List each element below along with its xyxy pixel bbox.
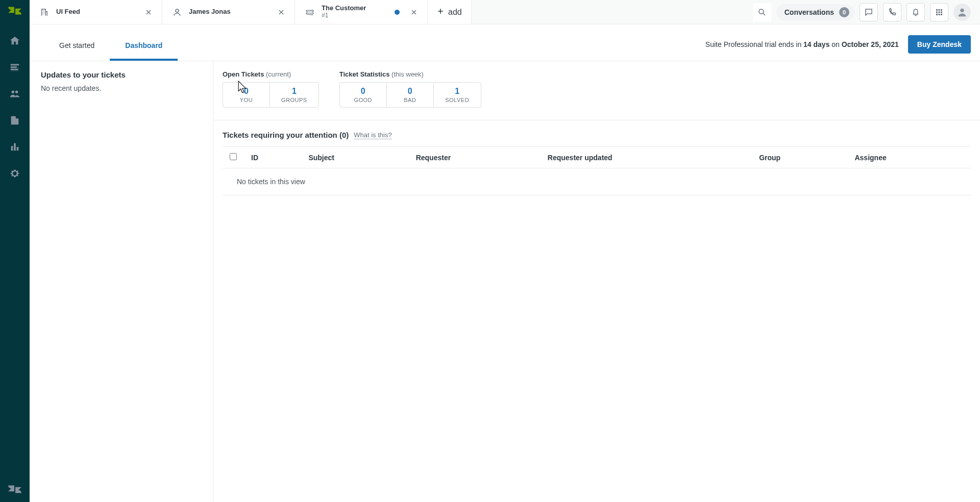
- updates-empty: No recent updates.: [41, 84, 202, 92]
- content: Updates to your tickets No recent update…: [30, 61, 980, 502]
- admin-icon[interactable]: [5, 163, 25, 184]
- dashboard-panel: Open Tickets (current) 0 YOU 1 GROUPS: [213, 61, 980, 502]
- col-assignee[interactable]: Assignee: [847, 147, 971, 168]
- ticket-statistics-block: Ticket Statistics (this week) 0 GOOD 0 B…: [339, 70, 481, 108]
- tab-james-jonas[interactable]: James Jonas: [162, 0, 295, 24]
- profile-avatar[interactable]: [953, 4, 971, 21]
- user-icon: [172, 7, 183, 18]
- add-label: add: [448, 8, 462, 17]
- table-header-row: ID Subject Requester Requester updated G…: [223, 147, 971, 168]
- ticket-icon: [304, 7, 315, 18]
- sidebar: [0, 0, 30, 502]
- tickets-table: ID Subject Requester Requester updated G…: [223, 146, 971, 195]
- customers-icon[interactable]: [5, 84, 25, 104]
- page-tabs: Get started Dashboard: [44, 32, 178, 61]
- ticket-stats-title: Ticket Statistics: [339, 70, 390, 78]
- stat-good[interactable]: 0 GOOD: [340, 83, 387, 107]
- zendesk-logo-icon[interactable]: [0, 0, 30, 21]
- apps-icon[interactable]: [930, 3, 948, 21]
- close-icon[interactable]: [275, 6, 287, 18]
- updates-panel: Updates to your tickets No recent update…: [30, 61, 213, 502]
- building-icon: [39, 7, 50, 18]
- col-requester-updated[interactable]: Requester updated: [541, 147, 752, 168]
- stat-bad[interactable]: 0 BAD: [387, 83, 434, 107]
- views-icon[interactable]: [5, 57, 25, 78]
- select-all-checkbox[interactable]: [223, 147, 244, 168]
- buy-zendesk-button[interactable]: Buy Zendesk: [908, 35, 971, 54]
- attention-section: Tickets requiring your attention (0) Wha…: [213, 120, 980, 195]
- conversations-button[interactable]: Conversations 0: [776, 4, 854, 20]
- tab-bar: UI Feed James Jonas The Customer #: [30, 0, 980, 24]
- stat-groups[interactable]: 1 GROUPS: [270, 83, 318, 107]
- main-area: UI Feed James Jonas The Customer #: [30, 0, 980, 502]
- organizations-icon[interactable]: [5, 110, 25, 131]
- stat-solved[interactable]: 1 SOLVED: [434, 83, 481, 107]
- trial-text: Suite Professional trial ends in 14 days…: [705, 40, 899, 48]
- stat-you[interactable]: 0 YOU: [223, 83, 270, 107]
- status-dot-icon: [395, 10, 400, 15]
- col-subject[interactable]: Subject: [301, 147, 408, 168]
- tab-title: The Customer: [322, 5, 388, 12]
- svg-point-0: [759, 9, 764, 14]
- updates-title: Updates to your tickets: [41, 70, 202, 79]
- close-icon[interactable]: [408, 6, 420, 18]
- conversations-label: Conversations: [785, 8, 834, 16]
- tab-title: James Jonas: [189, 8, 269, 16]
- phone-icon[interactable]: [883, 3, 901, 21]
- tab-get-started[interactable]: Get started: [44, 32, 110, 61]
- conversations-count: 0: [839, 7, 849, 17]
- sub-header: Get started Dashboard Suite Professional…: [30, 24, 980, 61]
- notifications-icon[interactable]: [906, 3, 925, 21]
- what-is-this-link[interactable]: What is this?: [354, 131, 391, 139]
- col-requester[interactable]: Requester: [409, 147, 541, 168]
- tab-title: UI Feed: [56, 8, 136, 16]
- close-icon[interactable]: [142, 6, 155, 18]
- tab-dashboard[interactable]: Dashboard: [110, 32, 178, 61]
- search-icon[interactable]: [753, 3, 771, 21]
- tab-subtitle: #1: [322, 12, 388, 19]
- chat-icon[interactable]: [860, 3, 878, 21]
- ticket-stats-suffix: (this week): [391, 70, 424, 78]
- add-tab-button[interactable]: add: [428, 0, 472, 24]
- tab-the-customer[interactable]: The Customer #1: [295, 0, 428, 24]
- plus-icon: [437, 8, 444, 17]
- col-id[interactable]: ID: [244, 147, 301, 168]
- open-tickets-block: Open Tickets (current) 0 YOU 1 GROUPS: [223, 70, 319, 108]
- home-icon[interactable]: [5, 31, 25, 51]
- empty-state: No tickets in this view: [223, 168, 971, 195]
- open-tickets-suffix: (current): [266, 70, 291, 78]
- header-actions: Conversations 0: [753, 0, 980, 24]
- table-row: No tickets in this view: [223, 168, 971, 195]
- open-tickets-title: Open Tickets: [223, 70, 264, 78]
- col-group[interactable]: Group: [752, 147, 847, 168]
- tab-ui-feed[interactable]: UI Feed: [30, 0, 162, 24]
- zendesk-z-icon[interactable]: [0, 476, 30, 502]
- reporting-icon[interactable]: [5, 137, 25, 157]
- attention-title: Tickets requiring your attention (0): [223, 131, 349, 139]
